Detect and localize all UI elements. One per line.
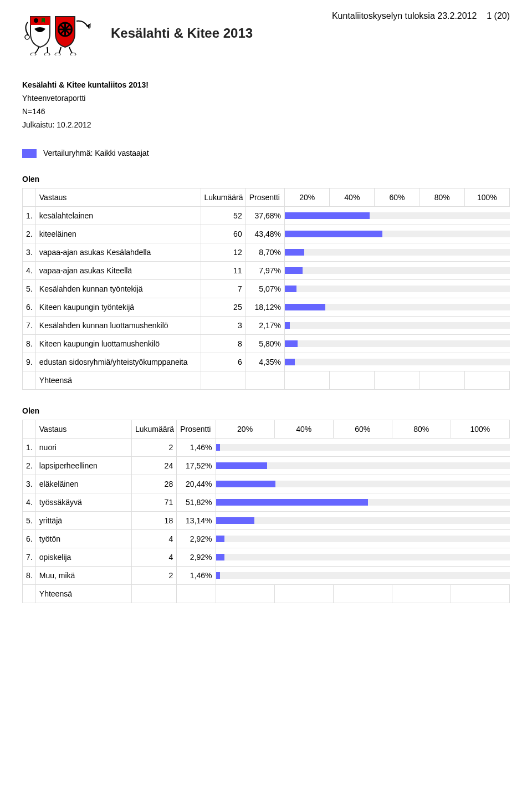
bar-segment [464, 335, 509, 353]
row-index: 5. [23, 280, 36, 298]
bar-segment [216, 493, 274, 512]
bar-segment [420, 280, 464, 298]
bar-segment [392, 548, 451, 567]
row-label: työtön [35, 530, 131, 548]
bar-segment [392, 567, 451, 585]
bar-segment [420, 243, 464, 262]
bar-segment [375, 225, 420, 243]
bar-segment [285, 207, 330, 225]
bar-segment [464, 317, 509, 335]
table-row: 1.nuori21,46% [23, 439, 510, 457]
row-percent: 5,80% [245, 335, 284, 353]
col-step: 80% [420, 188, 464, 207]
bar-segment [285, 225, 330, 243]
row-label: Kiteen kaupungin luottamushenkilö [35, 335, 201, 353]
bar-segment [216, 439, 274, 457]
row-percent: 7,97% [245, 262, 284, 280]
bar-segment [451, 567, 509, 585]
comparison-group: Vertailuryhmä: Kaikki vastaajat [22, 149, 510, 158]
col-response: Vastaus [35, 420, 131, 439]
bar-segment [392, 475, 451, 493]
row-percent: 2,92% [177, 548, 216, 567]
logo-title-group: Kesälahti & Kitee 2013 [22, 11, 253, 55]
row-label: edustan sidosryhmiä/yhteistyökumppaneita [35, 353, 201, 371]
bar-segment [464, 298, 509, 317]
bar-segment [285, 243, 330, 262]
table-total-row: Yhteensä [23, 371, 510, 390]
bar-segment [375, 207, 420, 225]
table-row: 7.Kesälahden kunnan luottamushenkilö32,1… [23, 317, 510, 335]
bar-segment [333, 475, 392, 493]
row-label: lapsiperheellinen [35, 457, 131, 475]
row-index: 8. [23, 335, 36, 353]
total-label: Yhteensä [35, 371, 201, 390]
row-percent: 18,12% [245, 298, 284, 317]
results-table: VastausLukumääräProsentti20%40%60%80%100… [22, 420, 510, 603]
bar-segment [375, 335, 420, 353]
row-percent: 51,82% [177, 493, 216, 512]
row-index: 8. [23, 567, 36, 585]
table-row: 6.työtön42,92% [23, 530, 510, 548]
row-index: 1. [23, 207, 36, 225]
table-row: 4.työssäkäyvä7151,82% [23, 493, 510, 512]
row-percent: 13,14% [177, 512, 216, 530]
table-row: 5.yrittäjä1813,14% [23, 512, 510, 530]
bar-segment [464, 262, 509, 280]
bar-segment [216, 548, 274, 567]
bar-segment [333, 548, 392, 567]
col-percent: Prosentti [245, 188, 284, 207]
bar-segment [375, 262, 420, 280]
row-percent: 1,46% [177, 439, 216, 457]
bar-segment [216, 475, 274, 493]
col-percent: Prosentti [177, 420, 216, 439]
row-percent: 1,46% [177, 567, 216, 585]
bar-segment [420, 317, 464, 335]
row-index: 6. [23, 530, 36, 548]
bar-segment [285, 335, 330, 353]
bar-segment [285, 298, 330, 317]
bar-segment [420, 353, 464, 371]
table-row: 8.Kiteen kaupungin luottamushenkilö85,80… [23, 335, 510, 353]
table-row: 6.Kiteen kaupungin työntekijä2518,12% [23, 298, 510, 317]
bar-segment [392, 512, 451, 530]
survey-title: Kesälahti & Kitee kuntaliitos 2013! [22, 80, 510, 89]
bar-segment [216, 512, 274, 530]
bar-segment [420, 207, 464, 225]
bar-segment [420, 262, 464, 280]
header-right: Kuntaliitoskyselyn tuloksia 23.2.2012 1 … [332, 11, 510, 21]
row-percent: 17,52% [177, 457, 216, 475]
row-percent: 2,92% [177, 530, 216, 548]
municipal-crests-icon [22, 11, 105, 55]
col-step: 20% [216, 420, 274, 439]
bar-segment [330, 207, 375, 225]
row-label: Muu, mikä [35, 567, 131, 585]
row-index: 3. [23, 475, 36, 493]
row-index: 3. [23, 243, 36, 262]
bar-segment [464, 280, 509, 298]
table-row: 9.edustan sidosryhmiä/yhteistyökumppanei… [23, 353, 510, 371]
bar-segment [333, 493, 392, 512]
bar-segment [392, 493, 451, 512]
bar-segment [330, 243, 375, 262]
row-count: 25 [201, 298, 245, 317]
bar-segment [333, 512, 392, 530]
question-title: Olen [22, 175, 510, 184]
bar-segment [451, 493, 509, 512]
row-count: 2 [132, 439, 177, 457]
row-percent: 2,17% [245, 317, 284, 335]
col-step: 100% [464, 188, 509, 207]
bar-segment [216, 457, 274, 475]
row-index: 7. [23, 548, 36, 567]
bar-segment [375, 280, 420, 298]
table-total-row: Yhteensä [23, 585, 510, 603]
bar-segment [392, 439, 451, 457]
table-header-row: VastausLukumääräProsentti20%40%60%80%100… [23, 188, 510, 207]
row-count: 28 [132, 475, 177, 493]
row-count: 11 [201, 262, 245, 280]
row-count: 18 [132, 512, 177, 530]
row-index: 7. [23, 317, 36, 335]
bar-segment [285, 317, 330, 335]
row-index: 2. [23, 225, 36, 243]
col-step: 40% [274, 420, 333, 439]
bar-segment [285, 353, 330, 371]
